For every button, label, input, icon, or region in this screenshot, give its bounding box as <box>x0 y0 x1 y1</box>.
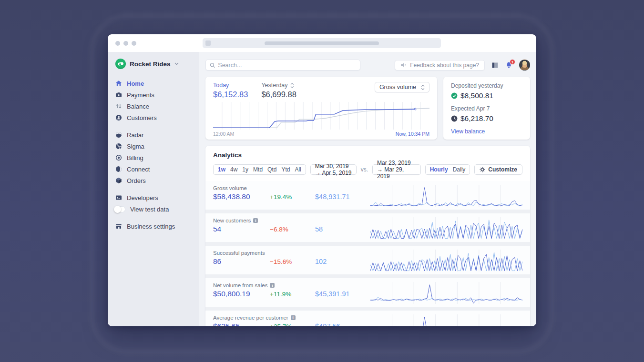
date-range-picker[interactable]: Mar 30, 2019 → Apr 5, 2019 <box>310 164 357 175</box>
metric-delta: −15.6% <box>270 258 315 265</box>
feedback-button[interactable]: Feedback about this page? <box>395 60 485 70</box>
analytics-toolbar: 1w4w1yMtdQtdYtdAll Mar 30, 2019 → Apr 5,… <box>213 164 522 175</box>
preset-4w[interactable]: 4w <box>228 166 240 173</box>
compare-range-picker[interactable]: Mar 23, 2019 → Mar 29, 2019 <box>372 164 421 175</box>
sidebar-item-sigma[interactable]: Sigma <box>115 141 199 151</box>
metric-select[interactable]: Gross volume <box>375 82 429 92</box>
range-preset-group: 1w4w1yMtdQtdYtdAll <box>213 164 306 175</box>
select-updown-icon <box>421 85 425 90</box>
sidebar-item-orders[interactable]: Orders <box>115 176 199 185</box>
sidebar-item-payments[interactable]: Payments <box>115 90 199 100</box>
sidebar-item-label: Developers <box>127 194 158 201</box>
sidebar-item-home[interactable]: Home <box>115 79 199 88</box>
balance-icon <box>115 103 122 110</box>
today-value: $6,152.83 <box>213 90 248 99</box>
sidebar-item-balance[interactable]: Balance <box>115 101 199 111</box>
sort-updown-icon[interactable] <box>290 83 294 88</box>
check-circle-icon <box>451 92 458 99</box>
browser-chrome <box>108 34 536 52</box>
clock-icon <box>451 115 458 122</box>
preset-1y[interactable]: 1y <box>240 166 251 173</box>
desktop-background: Rocket Rides HomePaymentsBalanceCustomer… <box>0 0 644 362</box>
sidebar-item-customers[interactable]: Customers <box>115 113 199 122</box>
address-bar[interactable] <box>203 38 441 48</box>
main-content: Feedback about this page? 1 <box>199 52 536 326</box>
sidebar-nav-settings: Business settings <box>115 221 199 233</box>
yesterday-value: $6,699.88 <box>261 90 296 99</box>
book-icon <box>491 62 499 69</box>
sidebar-item-business-settings[interactable]: Business settings <box>115 221 199 231</box>
deposited-label: Deposited yesterday <box>451 82 522 89</box>
preset-1w[interactable]: 1w <box>215 166 228 173</box>
granularity-hourly[interactable]: Hourly <box>428 166 450 173</box>
preset-qtd[interactable]: Qtd <box>265 166 279 173</box>
preset-all[interactable]: All <box>292 166 303 173</box>
info-icon[interactable]: i <box>253 218 258 223</box>
sidebar-nav-developers: Developers <box>115 193 199 204</box>
window-maximize-button[interactable] <box>132 41 136 46</box>
metric-label: Net volume from sales <box>213 282 267 288</box>
sidebar-item-label: Balance <box>127 103 149 110</box>
info-icon[interactable]: i <box>291 315 296 320</box>
connect-icon <box>115 166 122 172</box>
metric-current-value: 86 <box>213 257 270 266</box>
window-minimize-button[interactable] <box>123 41 128 46</box>
docs-button[interactable] <box>491 62 499 69</box>
vs-label: vs. <box>361 166 368 173</box>
megaphone-icon <box>400 62 407 68</box>
chart-x-end-label: Now, 10:34 PM <box>396 131 429 137</box>
sidebar-item-label: Customers <box>127 114 157 121</box>
metric-row-gross-volume[interactable]: Gross volume$58,438.80+19.4%$48,931.71 <box>205 181 530 210</box>
window-close-button[interactable] <box>115 41 120 46</box>
analytics-card: Analytics 1w4w1yMtdQtdYtdAll Mar 30, 201… <box>205 146 530 326</box>
preset-ytd[interactable]: Ytd <box>279 166 292 173</box>
notifications-button[interactable]: 1 <box>505 61 512 69</box>
metric-row-net-volume-from-sales[interactable]: Net volume from salesi$50,800.19+11.9%$4… <box>205 278 530 307</box>
radar-icon <box>115 131 122 138</box>
sidebar-item-label: Connect <box>127 166 150 173</box>
metric-delta: +25.7% <box>270 323 315 326</box>
account-switcher[interactable]: Rocket Rides <box>115 59 199 69</box>
today-label: Today <box>213 82 248 89</box>
metric-row-new-customers[interactable]: New customersi54−6.8%58 <box>205 213 530 242</box>
metric-previous-value: $48,931.71 <box>315 193 370 201</box>
metric-row-successful-payments[interactable]: Successful payments86−15.6%102 <box>205 246 530 274</box>
feedback-label: Feedback about this page? <box>410 62 479 69</box>
search-bar[interactable] <box>205 60 360 70</box>
search-input[interactable] <box>218 62 356 69</box>
metric-label: Successful payments <box>213 250 265 256</box>
sidebar-item-label: Sigma <box>127 143 144 150</box>
payments-icon <box>115 91 122 98</box>
preset-mtd[interactable]: Mtd <box>251 166 265 173</box>
view-test-data-toggle[interactable]: View test data <box>115 204 199 214</box>
sigma-icon <box>115 143 122 150</box>
sidebar-item-developers[interactable]: Developers <box>115 193 199 202</box>
notification-badge: 1 <box>510 59 515 65</box>
sidebar-item-radar[interactable]: Radar <box>115 130 199 140</box>
metric-label: Gross volume <box>213 185 247 191</box>
metric-current-value: $50,800.19 <box>213 290 270 298</box>
analytics-title: Analytics <box>213 151 522 159</box>
granularity-daily[interactable]: Daily <box>450 166 468 173</box>
info-icon[interactable]: i <box>270 283 275 288</box>
toggle-off-icon <box>114 206 125 212</box>
avatar[interactable] <box>519 60 530 70</box>
metric-previous-value: $45,391.91 <box>315 290 370 298</box>
customize-label: Customize <box>488 166 517 173</box>
metric-previous-value: $497.56 <box>315 322 370 326</box>
business-icon <box>115 223 122 230</box>
sidebar-item-billing[interactable]: Billing <box>115 153 199 162</box>
customize-button[interactable]: Customize <box>474 164 522 175</box>
metric-row-average-revenue-per-customer[interactable]: Average revenue per customeri$625.65+25.… <box>205 311 530 326</box>
sidebar-item-connect[interactable]: Connect <box>115 164 199 174</box>
metric-current-value: 54 <box>213 225 270 233</box>
view-balance-link[interactable]: View balance <box>451 128 522 135</box>
sidebar-item-label: Payments <box>127 91 154 99</box>
sidebar-nav-primary: HomePaymentsBalanceCustomers <box>115 79 199 124</box>
deposited-value: $8,500.81 <box>460 91 493 100</box>
metric-label: New customers <box>213 218 251 223</box>
chevron-down-icon <box>174 62 179 65</box>
overview-chart-card: Today $6,152.83 Yesterday $6,699.88 <box>205 77 437 140</box>
sidebar: Rocket Rides HomePaymentsBalanceCustomer… <box>108 52 199 326</box>
topbar: Feedback about this page? 1 <box>205 60 530 70</box>
